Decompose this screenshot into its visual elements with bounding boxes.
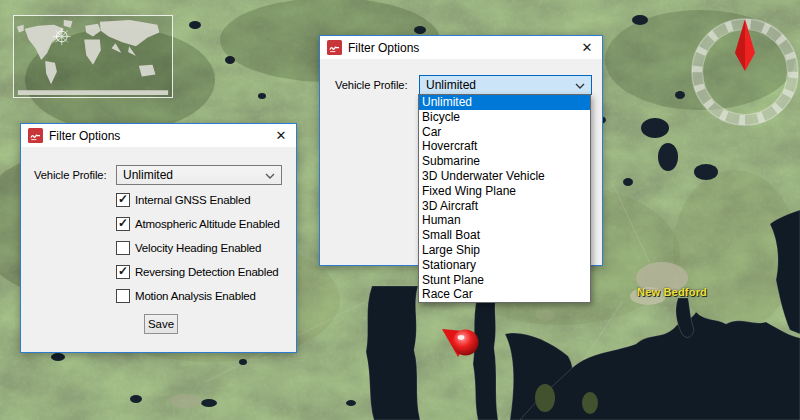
red-map-pin[interactable] <box>430 320 485 365</box>
map-place-label: New Bedford <box>637 286 707 298</box>
checkbox-row[interactable]: ✓ Reversing Detection Enabled <box>116 264 279 280</box>
close-icon[interactable]: ✕ <box>576 37 598 58</box>
app-window: New Bedford Filter Options ✕ Vehicle Pro… <box>0 0 800 420</box>
vehicle-profile-combobox-open[interactable]: Unlimited <box>419 75 592 95</box>
checkbox-icon[interactable]: ✓ <box>116 265 130 279</box>
dropdown-option[interactable]: Bicycle <box>419 110 590 125</box>
checkbox-row[interactable]: Motion Analysis Enabled <box>116 288 256 304</box>
app-logo-icon <box>327 40 342 55</box>
world-continents <box>14 16 172 97</box>
title-bar[interactable]: Filter Options ✕ <box>320 36 602 59</box>
dropdown-option[interactable]: 3D Underwater Vehicle <box>419 169 590 184</box>
close-icon[interactable]: ✕ <box>270 125 292 146</box>
checkbox-label: Velocity Heading Enabled <box>135 242 261 254</box>
checkbox-icon[interactable]: ✓ <box>116 217 130 231</box>
checkbox-row[interactable]: ✓ Internal GNSS Enabled <box>116 192 250 208</box>
dropdown-option[interactable]: Large Ship <box>419 243 590 258</box>
checkbox-row[interactable]: ✓ Atmospheric Altitude Enabled <box>116 216 280 232</box>
save-button[interactable]: Save <box>144 314 178 334</box>
vehicle-profile-combobox[interactable]: Unlimited <box>116 165 282 185</box>
checkbox-label: Reversing Detection Enabled <box>135 266 279 278</box>
checkbox-label: Atmospheric Altitude Enabled <box>135 218 280 230</box>
dropdown-option[interactable]: Fixed Wing Plane <box>419 184 590 199</box>
dropdown-option[interactable]: Stationary <box>419 258 590 273</box>
combobox-value: Unlimited <box>426 78 476 92</box>
checkbox-icon[interactable]: ✓ <box>116 193 130 207</box>
app-logo-icon <box>28 128 43 143</box>
dropdown-option[interactable]: Human <box>419 213 590 228</box>
chevron-down-icon <box>575 83 585 89</box>
dialog-title: Filter Options <box>49 129 120 143</box>
filter-options-dialog-left: Filter Options ✕ Vehicle Profile: Unlimi… <box>20 123 297 353</box>
checkbox-icon[interactable] <box>116 241 130 255</box>
title-bar[interactable]: Filter Options ✕ <box>21 124 296 147</box>
dropdown-option[interactable]: Small Boat <box>419 228 590 243</box>
dropdown-option[interactable]: Unlimited <box>419 95 590 110</box>
world-map-overview[interactable] <box>13 15 173 98</box>
dropdown-option[interactable]: Race Car <box>419 287 590 302</box>
dropdown-option[interactable]: 3D Aircraft <box>419 199 590 214</box>
checkbox-label: Internal GNSS Enabled <box>135 194 250 206</box>
checkbox-label: Motion Analysis Enabled <box>135 290 256 302</box>
dropdown-option[interactable]: Car <box>419 125 590 140</box>
dropdown-option[interactable]: Hovercraft <box>419 139 590 154</box>
combobox-value: Unlimited <box>123 168 173 182</box>
dropdown-option[interactable]: Submarine <box>419 154 590 169</box>
chevron-down-icon <box>265 173 275 179</box>
checkbox-icon[interactable] <box>116 289 130 303</box>
profile-option-list: Unlimited Bicycle Car Hovercraft Submari… <box>418 94 591 303</box>
vehicle-profile-label: Vehicle Profile: <box>335 79 407 91</box>
checkbox-row[interactable]: Velocity Heading Enabled <box>116 240 261 256</box>
north-compass[interactable] <box>690 17 800 127</box>
vehicle-profile-label: Vehicle Profile: <box>34 169 106 181</box>
dropdown-option[interactable]: Stunt Plane <box>419 273 590 288</box>
dialog-title: Filter Options <box>348 41 419 55</box>
